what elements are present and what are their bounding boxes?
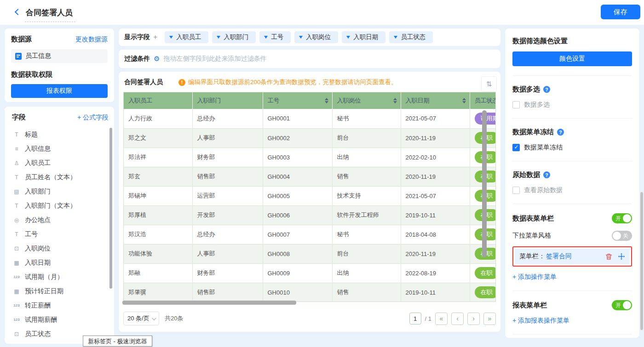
field-item[interactable]: T标题 [12,127,109,142]
status-badge: 在职 [475,286,496,298]
cell-name: 郑之文 [124,128,192,148]
table-row[interactable]: 郑锡坤运营部GH0005技术支持2021-05-07在职 [124,186,496,205]
field-item[interactable]: ▦预计转正日期 [12,284,109,298]
table-row[interactable]: 功能体验人事部GH0008前台2020-11-19在职 [124,244,496,263]
first-page-button[interactable]: « [435,313,448,325]
field-item[interactable]: ♙入职员工 [12,156,109,170]
cell-department: 开发部 [192,205,263,225]
chevron-down-icon [394,36,397,39]
multi-select-checkbox-row[interactable]: 数据多选 [512,101,632,109]
help-icon[interactable]: ? [543,86,550,93]
datasource-item[interactable]: 员工信息 [11,49,108,63]
chip-label: 员工状态 [401,33,426,41]
cell-name: 郑融 [124,263,192,283]
report-menu-toggle[interactable]: 开 [612,300,632,310]
page-size-select[interactable]: 20 条/页 [123,312,159,325]
save-button[interactable]: 保存 [601,5,640,19]
title-icon: T [12,131,21,138]
page-number-input[interactable] [409,313,421,324]
table-horizontal-scrollbar[interactable] [122,301,296,305]
add-action-menu-link[interactable]: + 添加操作菜单 [512,273,557,281]
menu-freeze-title: 数据菜单冻结 [512,128,554,137]
menu-freeze-checkbox-row[interactable]: 数据菜单冻结 [512,143,632,152]
table-row[interactable]: 人力行政总经办GH0001秘书2021-05-07试用期 [124,109,496,128]
color-setting-button[interactable]: 颜色设置 [512,51,632,66]
add-formula-field-link[interactable]: + 公式字段 [77,114,109,122]
column-header[interactable]: 入职员工 [124,92,192,109]
table-menu-toggle[interactable]: 开 [612,213,632,223]
gear-icon[interactable]: ⚙ [154,55,160,63]
field-item[interactable]: T入职部门（文本） [12,199,109,213]
column-header[interactable]: 员工状态 [470,92,496,109]
sort-icon[interactable] [393,98,397,103]
prev-page-button[interactable]: ‹ [451,313,464,325]
help-icon[interactable]: ? [543,171,550,178]
table-row[interactable]: 郑汉浩总经办GH0007秘书2018-04-08在职 [124,225,496,244]
checkbox-unchecked[interactable] [512,101,520,108]
field-item[interactable]: ▦入职日期 [12,256,109,270]
field-item[interactable]: 123试用期（月） [12,270,109,284]
table-row[interactable]: 郑玄销售部GH0004销售2020-11-19在职 [124,167,496,186]
field-item-label: 入职部门（文本） [25,202,76,210]
sort-order-button[interactable]: ⇅ [481,76,497,92]
column-header[interactable]: 入职部门 [192,92,263,109]
page-count: / 1 [425,315,431,322]
display-field-chip[interactable]: 入职日期 [342,31,385,43]
window-scrollbar[interactable] [640,192,643,330]
filter-panel: 过滤条件 ⚙ 拖动左侧字段到此处来添加过滤条件 [119,50,500,68]
change-datasource-link[interactable]: 更改数据源 [75,35,108,44]
move-icon[interactable] [618,253,625,260]
display-field-chip[interactable]: 入职员工 [165,31,208,43]
menu-item-name[interactable]: 签署合同 [546,252,572,261]
display-field-chip[interactable]: 入职部门 [212,31,256,43]
next-page-button[interactable]: › [467,313,480,325]
divider [512,204,632,204]
field-item[interactable]: T员工姓名（文本） [12,170,109,184]
display-field-chip[interactable]: 工号 [259,31,291,43]
add-display-field-button[interactable]: + [153,33,157,41]
field-item-label: 标题 [25,131,38,139]
chip-label: 工号 [271,33,283,41]
field-item[interactable]: T工号 [12,227,109,241]
checkbox-unchecked[interactable] [512,187,520,194]
table-vertical-scrollbar[interactable] [482,110,487,257]
cell-job_no: GH0001 [263,109,332,128]
field-item[interactable]: ◎办公地点 [12,213,109,227]
table-row[interactable]: 郑融财务部GH0009出纳2022-08-19在职 [124,263,496,283]
back-button[interactable] [13,8,22,17]
field-item[interactable]: 123转正薪酬 [12,298,109,313]
field-item[interactable]: ≡入职信息 [12,142,109,156]
menu-bar-item[interactable]: 菜单栏： 签署合同 [515,249,630,264]
column-header[interactable]: 工号 [263,92,332,109]
field-item[interactable]: 123试用期薪酬 [12,313,109,327]
field-item[interactable]: ▤入职部门 [12,184,109,199]
divider [512,75,632,76]
column-header[interactable]: 入职日期 [401,92,470,109]
display-field-chip[interactable]: 员工状态 [389,31,433,43]
last-page-button[interactable]: » [483,313,496,325]
sort-icon[interactable] [325,98,328,103]
table-row[interactable]: 郑肇骥销售部GH0010销售2019-10-11在职 [124,283,496,302]
table-row[interactable]: 郑法祥财务部GH0003出纳2022-02-10在职 [124,148,496,167]
checkbox-checked[interactable] [512,144,520,151]
table-row[interactable]: 郑之文人事部GH0002前台2020-11-19在职 [124,128,496,148]
sort-icon[interactable] [462,98,466,103]
fields-scrollbar[interactable] [109,128,112,289]
field-item[interactable]: ⊡入职岗位 [12,241,109,256]
display-field-chip[interactable]: 入职岗位 [294,31,338,43]
delete-icon[interactable] [605,253,612,260]
select-icon: ⊡ [12,331,21,337]
column-header[interactable]: 入职岗位 [332,92,401,109]
raw-data-checkbox-row[interactable]: 查看原始数据 [512,186,632,194]
table-row[interactable]: 郑厚植开发部GH0006软件开发工程师2019-10-11在职 [124,205,496,225]
report-permission-button[interactable]: 报表权限 [11,84,108,98]
help-icon[interactable]: ? [557,129,564,136]
data-permission-title: 数据获取权限 [11,70,108,79]
toggle-knob [623,214,631,222]
add-report-action-menu-link[interactable]: + 添加报表操作菜单 [512,317,569,325]
cell-date: 2020-11-19 [401,244,470,263]
datasource-panel: 数据源 更改数据源 员工信息 数据获取权限 报表权限 [5,28,114,102]
table-title: 合同签署人员 [124,78,163,86]
dropdown-style-toggle[interactable]: 关 [612,231,632,241]
cell-position: 前台 [332,244,401,263]
